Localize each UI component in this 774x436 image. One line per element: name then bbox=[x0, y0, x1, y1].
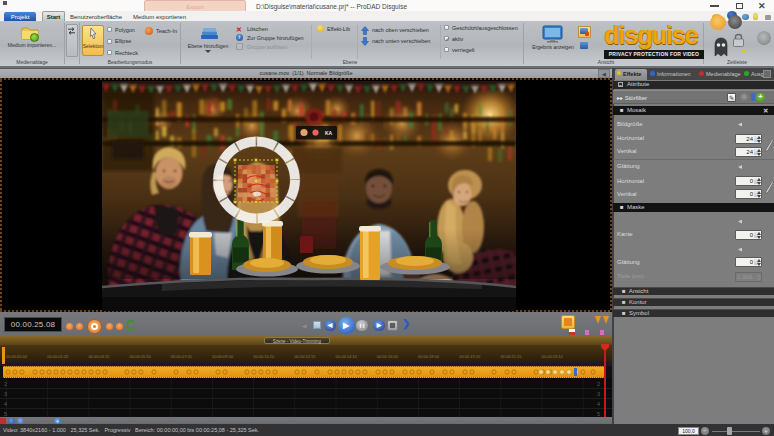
svg-text:2: 2 bbox=[597, 380, 600, 386]
svg-text:4: 4 bbox=[4, 400, 7, 406]
svg-text:3: 3 bbox=[4, 390, 7, 396]
svg-text:5: 5 bbox=[597, 410, 600, 416]
svg-text:2: 2 bbox=[4, 380, 7, 386]
svg-text:3: 3 bbox=[597, 390, 600, 396]
svg-text:4: 4 bbox=[597, 400, 600, 406]
svg-text:KA: KA bbox=[325, 130, 333, 136]
svg-text:5: 5 bbox=[4, 410, 7, 416]
